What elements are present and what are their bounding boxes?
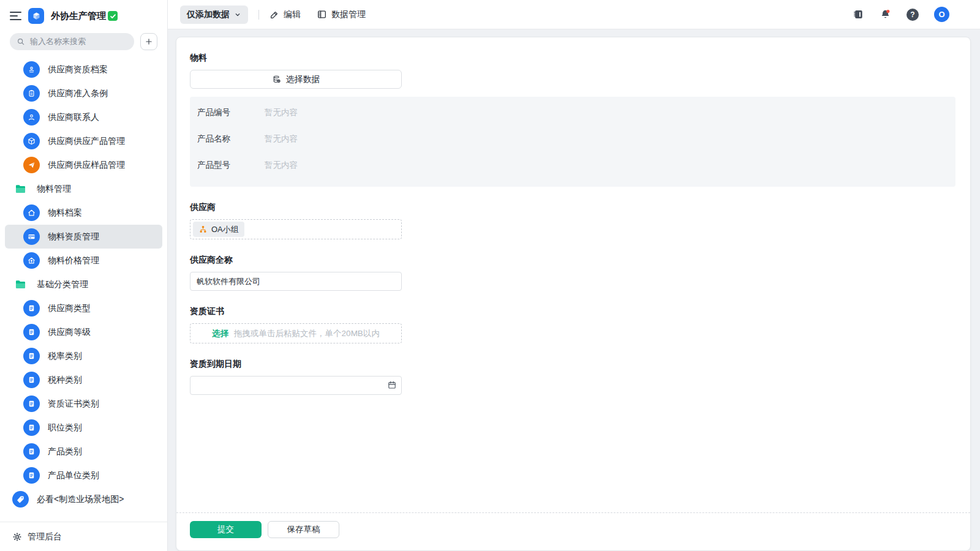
main-area: 仅添加数据 编辑 数据管理 bbox=[168, 0, 980, 551]
sidebar-search-row: 输入名称来搜索 bbox=[0, 28, 167, 55]
doc-icon bbox=[23, 348, 40, 364]
select-data-button[interactable]: 选择数据 bbox=[190, 70, 402, 89]
supplier-picker[interactable]: OA小组 bbox=[190, 219, 402, 239]
sidebar-item[interactable]: 供应商联系人 bbox=[5, 105, 162, 129]
sidebar-item-label: 资质证书类别 bbox=[48, 399, 99, 410]
certificate-label: 资质证书 bbox=[190, 306, 956, 317]
sidebar-item[interactable]: 供应商等级 bbox=[5, 320, 162, 344]
expiry-date-input[interactable] bbox=[190, 376, 402, 395]
sidebar-item-label: 税种类别 bbox=[48, 375, 82, 386]
doc-icon bbox=[23, 467, 40, 484]
sidebar-nav: 供应商资质档案供应商准入条例供应商联系人供应商供应产品管理供应商供应样品管理物料… bbox=[0, 55, 167, 522]
clipboard-icon bbox=[23, 85, 40, 102]
expiry-date-label: 资质到期日期 bbox=[190, 359, 956, 370]
sidebar-item[interactable]: 供应商资质档案 bbox=[5, 58, 162, 81]
folder-icon bbox=[12, 183, 29, 195]
supplier-full-name-label: 供应商全称 bbox=[190, 255, 956, 266]
sidebar-item[interactable]: 物料管理 bbox=[5, 177, 162, 201]
form-body: 物料 选择数据 产品编号 暂无内容 bbox=[176, 37, 970, 512]
material-label: 物料 bbox=[190, 53, 956, 64]
content-area: 物料 选择数据 产品编号 暂无内容 bbox=[168, 29, 980, 551]
package-icon bbox=[23, 133, 40, 149]
supplier-field: 供应商 OA小组 bbox=[190, 202, 956, 239]
plus-icon bbox=[145, 37, 153, 46]
pencil-icon bbox=[270, 10, 279, 20]
app-logo-cube-icon bbox=[28, 8, 44, 24]
person-icon bbox=[23, 109, 40, 126]
admin-backend-button[interactable]: 管理后台 bbox=[0, 522, 167, 551]
mode-dropdown-button[interactable]: 仅添加数据 bbox=[180, 6, 248, 24]
sidebar-item-label: 税率类别 bbox=[48, 351, 82, 362]
sidebar-item-label: 必看<制造业场景地图> bbox=[37, 494, 124, 505]
doc-icon bbox=[23, 443, 40, 460]
add-button[interactable] bbox=[140, 33, 157, 50]
sidebar-item[interactable]: 必看<制造业场景地图> bbox=[5, 487, 162, 511]
gear-icon bbox=[12, 532, 22, 542]
supplier-tag-label: OA小组 bbox=[211, 224, 239, 235]
sidebar-item[interactable]: 职位类别 bbox=[5, 416, 162, 440]
info-row: 产品编号 暂无内容 bbox=[197, 107, 947, 118]
sidebar-item-label: 供应商等级 bbox=[48, 327, 91, 338]
data-management-button[interactable]: 数据管理 bbox=[317, 9, 366, 20]
upload-hint: 拖拽或单击后粘贴文件，单个20MB以内 bbox=[234, 328, 380, 339]
help-icon[interactable]: ? bbox=[907, 9, 919, 21]
sidebar-item[interactable]: 物料资质管理 bbox=[5, 225, 162, 249]
sidebar-item-label: 供应商资质档案 bbox=[48, 64, 108, 75]
upload-select-link[interactable]: 选择 bbox=[212, 328, 228, 339]
top-toolbar: 仅添加数据 编辑 数据管理 bbox=[168, 0, 980, 29]
sidebar-item[interactable]: 供应商准入条例 bbox=[5, 81, 162, 105]
journal-icon[interactable] bbox=[853, 9, 864, 20]
sidebar-item[interactable]: 税种类别 bbox=[5, 368, 162, 392]
folder-icon bbox=[12, 279, 29, 290]
sidebar-item[interactable]: 产品单位类别 bbox=[5, 463, 162, 487]
doc-icon bbox=[23, 372, 40, 388]
sidebar-item-label: 物料资质管理 bbox=[48, 231, 99, 242]
sidebar-item[interactable]: 物料档案 bbox=[5, 201, 162, 225]
sidebar-item[interactable]: 基础分类管理 bbox=[5, 272, 162, 296]
menu-icon[interactable] bbox=[10, 12, 21, 20]
sidebar: 外协生产管理 输入名称来搜索 供应商资质档案供应商准入条例供应商联系人供应商供应… bbox=[0, 0, 168, 551]
supplier-full-name-input[interactable] bbox=[190, 272, 402, 291]
sidebar-item-label: 供应商联系人 bbox=[48, 112, 99, 123]
sidebar-item[interactable]: 供应商供应产品管理 bbox=[5, 129, 162, 153]
sidebar-item-label: 基础分类管理 bbox=[37, 279, 88, 290]
product-info-box: 产品编号 暂无内容 产品名称 暂无内容 产品型号 暂无内容 bbox=[190, 97, 956, 187]
send-icon bbox=[23, 157, 40, 173]
form-footer: 提交 保存草稿 bbox=[176, 512, 970, 550]
notification-bell-icon[interactable] bbox=[880, 9, 891, 20]
submit-button[interactable]: 提交 bbox=[190, 521, 262, 538]
sidebar-item-label: 职位类别 bbox=[48, 422, 82, 433]
search-input[interactable]: 输入名称来搜索 bbox=[10, 33, 134, 50]
sidebar-item-label: 供应商供应产品管理 bbox=[48, 136, 125, 147]
sidebar-item[interactable]: 资质证书类别 bbox=[5, 392, 162, 416]
sidebar-item-label: 供应商准入条例 bbox=[48, 88, 108, 99]
tag-icon bbox=[12, 491, 29, 508]
sidebar-item[interactable]: 供应商供应样品管理 bbox=[5, 153, 162, 177]
card-icon bbox=[23, 228, 40, 245]
sidebar-item[interactable]: 税率类别 bbox=[5, 344, 162, 368]
user-avatar[interactable]: O bbox=[934, 7, 949, 22]
material-field: 物料 选择数据 产品编号 暂无内容 bbox=[190, 53, 956, 187]
sidebar-item[interactable]: 供应商类型 bbox=[5, 296, 162, 320]
chevron-down-icon bbox=[234, 11, 241, 18]
save-draft-button[interactable]: 保存草稿 bbox=[268, 521, 339, 538]
org-hierarchy-icon bbox=[198, 225, 208, 234]
supplier-label: 供应商 bbox=[190, 202, 956, 213]
edit-button[interactable]: 编辑 bbox=[270, 9, 301, 20]
verified-check-icon bbox=[108, 11, 118, 21]
sidebar-item-label: 物料管理 bbox=[37, 184, 71, 195]
supplier-tag[interactable]: OA小组 bbox=[193, 222, 244, 237]
toolbar-right: ? O bbox=[853, 7, 949, 22]
database-icon bbox=[272, 75, 281, 84]
expiry-date-field: 资质到期日期 bbox=[190, 359, 956, 395]
sidebar-item-label: 产品单位类别 bbox=[48, 470, 99, 481]
calendar-icon[interactable] bbox=[387, 380, 397, 390]
sidebar-item[interactable]: 物料价格管理 bbox=[5, 249, 162, 272]
app-window: 外协生产管理 输入名称来搜索 供应商资质档案供应商准入条例供应商联系人供应商供应… bbox=[0, 0, 980, 551]
sidebar-item[interactable]: 产品类别 bbox=[5, 440, 162, 463]
certificate-upload-dropzone[interactable]: 选择 拖拽或单击后粘贴文件，单个20MB以内 bbox=[190, 323, 402, 343]
search-icon bbox=[17, 37, 25, 46]
admin-backend-label: 管理后台 bbox=[28, 531, 62, 542]
sidebar-item-label: 物料档案 bbox=[48, 208, 82, 219]
info-row: 产品型号 暂无内容 bbox=[197, 160, 947, 171]
